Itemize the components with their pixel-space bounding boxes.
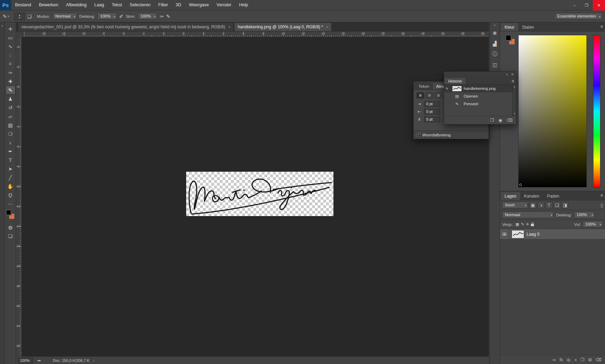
panel-tab[interactable]: Kanalen	[520, 192, 543, 200]
history-brush-source-slot[interactable]	[444, 100, 450, 108]
layer-mask-button[interactable]: ◎	[567, 357, 570, 362]
signature-image[interactable]	[186, 172, 333, 216]
layer-visibility-toggle[interactable]	[500, 229, 509, 239]
hand-tool[interactable]: ✋	[6, 182, 15, 191]
foreground-color-swatch[interactable]	[506, 35, 511, 41]
new-snapshot-button[interactable]: ◉	[499, 118, 502, 123]
zoom-tool[interactable]: Ϙ	[6, 191, 15, 199]
filter-type-layers-icon[interactable]: T	[546, 202, 553, 208]
document-size-info[interactable]: Doc: 155,0 K/206,7 K	[53, 358, 90, 363]
path-selection-tool[interactable]: ➤	[6, 164, 15, 173]
left-dock-strip[interactable]: »	[0, 22, 5, 364]
opacity-dropdown[interactable]: 100% ▾	[97, 13, 117, 20]
menu-item[interactable]: Weergave	[185, 0, 213, 10]
delete-layer-button[interactable]: ⌫	[596, 357, 602, 362]
filter-toggle-icon[interactable]: ▯	[600, 203, 603, 208]
collapse-panel-icon[interactable]: «	[506, 73, 508, 76]
eraser-tool[interactable]: ▱	[6, 112, 15, 121]
lock-icon[interactable]: ✎	[521, 222, 524, 227]
history-entry[interactable]: ✎ handtekening.png	[444, 85, 512, 92]
panel-tab[interactable]: Lagen	[501, 192, 520, 200]
indent-value-field[interactable]: 0 pt	[424, 109, 440, 115]
publish-icon[interactable]: ➦	[37, 358, 41, 363]
history-brush-source-slot[interactable]	[444, 92, 450, 100]
scroll-up-icon[interactable]: ▴	[514, 85, 515, 88]
filter-smart-objects-icon[interactable]: ◨	[562, 202, 569, 208]
tablet-opacity-button[interactable]: ✐	[119, 14, 124, 19]
airbrush-button[interactable]: ✑	[160, 14, 164, 19]
lock-icon[interactable]: ▦	[515, 222, 519, 227]
current-tool-icon[interactable]: ✎ ▾	[3, 14, 9, 19]
hyphenate-checkbox[interactable]: ✓	[416, 133, 420, 137]
document-tab[interactable]: nieuwsgedachten_001.psd @ 33,3% (Ik ben …	[18, 22, 234, 31]
brush-preset-picker[interactable]: ● 4	[14, 13, 25, 20]
link-layers-button[interactable]: ∞	[553, 357, 556, 362]
clone-stamp-tool[interactable]: ♟	[6, 94, 15, 103]
expand-panel-icon[interactable]: »	[1, 24, 3, 28]
history-brush-tool[interactable]: ↺	[6, 103, 15, 112]
status-menu-chevron-icon[interactable]: ›	[93, 358, 94, 363]
scroll-down-icon[interactable]: ▾	[514, 112, 515, 115]
menu-item[interactable]: Venster	[213, 0, 235, 10]
panel-tab[interactable]: Stalen	[518, 23, 538, 31]
saturation-brightness-field[interactable]	[518, 35, 587, 187]
filter-shape-layers-icon[interactable]: ❏	[554, 202, 561, 208]
eyedropper-tool[interactable]: ✑	[6, 68, 15, 77]
layer-fill-dropdown[interactable]: 100% ▾	[583, 221, 603, 228]
filter-pixel-layers-icon[interactable]: ▣	[529, 202, 536, 208]
hue-slider[interactable]	[593, 35, 600, 187]
minimize-button[interactable]: –	[568, 0, 581, 10]
history-tab[interactable]: Historie	[445, 78, 465, 84]
menu-item[interactable]: Afbeelding	[62, 0, 90, 10]
layer-effects-button[interactable]: fx	[560, 357, 563, 362]
history-entry[interactable]: ▤ Openen	[444, 92, 512, 100]
line-tool[interactable]: ╱	[6, 173, 15, 182]
marquee-tool[interactable]: ▭	[6, 33, 15, 42]
quick-selection-tool[interactable]: ◌	[6, 51, 15, 59]
flow-dropdown[interactable]: 100% ▾	[138, 13, 157, 20]
maximize-button[interactable]: ❐	[581, 0, 593, 10]
lock-all-icon[interactable]	[531, 224, 534, 226]
foreground-color-swatch[interactable]	[6, 210, 11, 215]
menu-item[interactable]: 3D	[172, 0, 185, 10]
close-button[interactable]: ✕	[593, 0, 605, 10]
panel-menu-icon[interactable]: ≡	[600, 193, 603, 198]
layer-opacity-dropdown[interactable]: 100% ▾	[574, 212, 595, 218]
foreground-background-swatches[interactable]	[6, 210, 15, 222]
lock-icon[interactable]: ✛	[526, 222, 529, 227]
blur-tool[interactable]: ❍	[6, 129, 15, 138]
document-tab[interactable]: handtekening.png @ 100% (Laag 0, RGB/8) …	[234, 22, 332, 31]
tab-close-icon[interactable]: ×	[326, 25, 328, 29]
toggle-brush-panel-button[interactable]: ❏	[27, 14, 32, 19]
move-tool[interactable]: ✛	[6, 24, 15, 33]
new-document-from-state-button[interactable]: ❐	[490, 118, 494, 123]
panel-tab[interactable]: Paden	[543, 192, 563, 200]
layer-row[interactable]: Laag 0	[500, 229, 605, 240]
edit-toolbar-button[interactable]: ⋯	[6, 199, 15, 208]
tablet-size-button[interactable]: ✎	[166, 14, 170, 19]
quick-mask-button[interactable]: ◍	[6, 223, 15, 231]
panel-menu-icon[interactable]: ≡	[600, 24, 603, 29]
pen-tool[interactable]: ✒	[6, 147, 15, 156]
delete-state-button[interactable]: ⌫	[507, 118, 513, 123]
crop-tool[interactable]: ⌗	[6, 59, 15, 68]
type-tool[interactable]: T	[6, 156, 15, 164]
menu-item[interactable]: Selecteren	[126, 0, 155, 10]
menu-item[interactable]: Bewerken	[35, 0, 62, 10]
close-panel-icon[interactable]: ✕	[511, 73, 514, 76]
new-layer-button[interactable]: ⊞	[588, 357, 592, 362]
layer-group-button[interactable]: ❐	[581, 357, 584, 362]
dodge-tool[interactable]: ♁	[6, 138, 15, 147]
align-left-button[interactable]: ≡	[416, 92, 424, 99]
color-picker-dot[interactable]	[519, 184, 522, 186]
panel-tab[interactable]: Kleur	[501, 23, 518, 31]
menu-item[interactable]: Help	[235, 0, 252, 10]
info-panel-icon[interactable]: ⓘ	[490, 49, 500, 59]
menu-item[interactable]: Tekst	[108, 0, 126, 10]
history-scrollbar[interactable]: ▴ ▾	[512, 85, 516, 116]
collapse-panels-icon[interactable]: «	[494, 22, 495, 28]
screen-mode-button[interactable]: ❏	[6, 231, 15, 240]
indent-value-field[interactable]: 0 pt	[424, 116, 440, 122]
brush-tool[interactable]: ✎	[6, 86, 15, 94]
panel-menu-icon[interactable]: ≡	[512, 79, 514, 84]
